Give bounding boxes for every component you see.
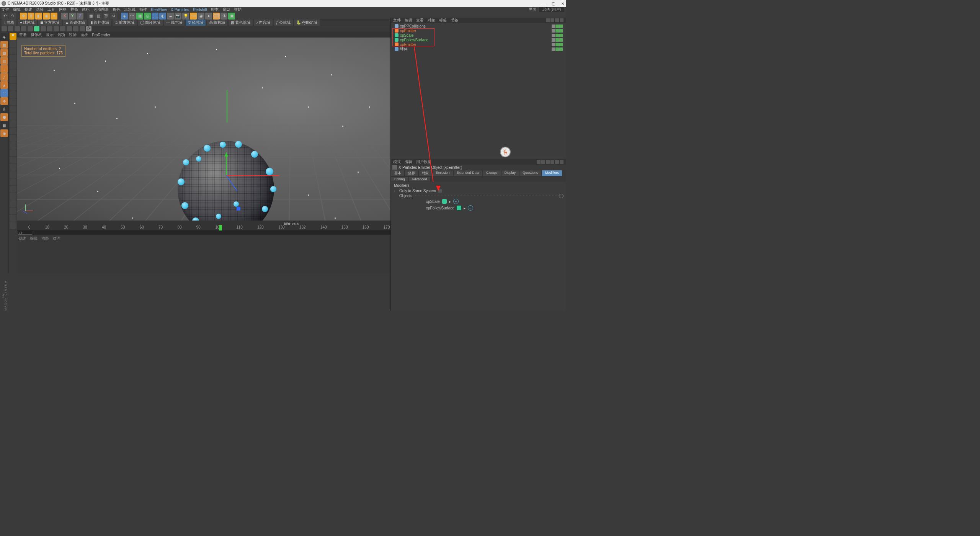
move-tool[interactable]: ╋ bbox=[28, 13, 34, 20]
tool-icon[interactable] bbox=[10, 208, 16, 214]
tool-icon[interactable] bbox=[10, 135, 16, 142]
log-tab[interactable]: 纹理 bbox=[53, 236, 60, 273]
object-row[interactable]: xpPPCollisions bbox=[392, 24, 565, 28]
xp-icon[interactable]: fx bbox=[86, 26, 91, 31]
xp-icon[interactable] bbox=[73, 26, 78, 31]
workplane[interactable]: ▦ bbox=[0, 121, 8, 129]
field-torus[interactable]: ◯ 圆环体域 bbox=[138, 20, 163, 26]
tab-basic[interactable]: 基本 bbox=[391, 170, 405, 176]
remove-button[interactable]: − bbox=[453, 199, 459, 204]
window-minimize[interactable]: — bbox=[542, 2, 546, 6]
log-tab[interactable]: 功能 bbox=[41, 236, 49, 273]
menu-item[interactable]: 角色 bbox=[113, 7, 120, 12]
tool-icon[interactable] bbox=[10, 222, 16, 229]
filter-icon[interactable] bbox=[550, 18, 554, 22]
attr-menu[interactable]: 模式 bbox=[393, 159, 401, 165]
xp-icon[interactable] bbox=[80, 26, 85, 31]
tab-questions[interactable]: Questions bbox=[519, 170, 542, 176]
mode-icon[interactable] bbox=[560, 160, 564, 164]
field-radial[interactable]: ✲ 径向域 bbox=[186, 20, 206, 26]
plugin-icon-2[interactable]: ▣ bbox=[228, 13, 235, 20]
menu-item[interactable]: 窗口 bbox=[222, 7, 230, 12]
menu-item[interactable]: 脚本 bbox=[211, 7, 219, 12]
timeline-marker[interactable] bbox=[219, 225, 222, 230]
light-tool[interactable]: 💡 bbox=[182, 13, 189, 20]
snap-toggle[interactable]: § bbox=[0, 105, 8, 113]
menu-item[interactable]: 网格 bbox=[59, 7, 67, 12]
tool-icon[interactable] bbox=[10, 69, 16, 76]
xp-icon[interactable] bbox=[21, 26, 26, 31]
nav-up-icon[interactable] bbox=[546, 160, 550, 164]
om-menu[interactable]: 对象 bbox=[428, 18, 435, 23]
magnet[interactable]: ⬢ bbox=[0, 113, 8, 121]
point-mode[interactable]: ⋮ bbox=[0, 65, 8, 73]
render-settings-button[interactable]: ⚙ bbox=[110, 13, 117, 20]
render-region-button[interactable]: ▥ bbox=[95, 13, 102, 20]
render-pv-button[interactable]: 🎬 bbox=[103, 13, 109, 20]
tool-icon[interactable] bbox=[10, 142, 16, 149]
menu-item[interactable]: 选择 bbox=[36, 7, 44, 12]
redo-button[interactable]: ↷ bbox=[9, 13, 16, 20]
window-maximize[interactable]: ▢ bbox=[552, 2, 555, 6]
lock-icon[interactable] bbox=[550, 160, 554, 164]
tool-icon[interactable] bbox=[10, 120, 16, 127]
tab-coord[interactable]: 坐标 bbox=[405, 170, 418, 176]
camera-tool[interactable]: 📷 bbox=[175, 13, 181, 20]
tab-display[interactable]: Display bbox=[501, 170, 519, 176]
xp-icon[interactable] bbox=[54, 26, 59, 31]
tab-object[interactable]: 对象 bbox=[418, 170, 432, 176]
field-cyl[interactable]: ▮ 圆柱体域 bbox=[88, 20, 111, 26]
log-tab[interactable]: 编辑 bbox=[30, 236, 38, 273]
tool-icon[interactable] bbox=[10, 98, 16, 105]
field-shader[interactable]: ▩ 着色器域 bbox=[229, 20, 253, 26]
mode-icon[interactable] bbox=[555, 160, 559, 164]
om-menu[interactable]: 文件 bbox=[393, 18, 401, 23]
xp-icon[interactable] bbox=[28, 26, 33, 31]
field-sphere[interactable]: ● 球体域 bbox=[18, 20, 37, 26]
render-view-button[interactable]: ▦ bbox=[87, 13, 94, 20]
om-menu[interactable]: 查看 bbox=[416, 18, 424, 23]
tool-icon[interactable] bbox=[10, 40, 16, 47]
tool-icon[interactable] bbox=[10, 200, 16, 207]
xp-icon[interactable] bbox=[34, 26, 39, 31]
layout-dropdown[interactable]: 启动 (用户) bbox=[539, 7, 564, 12]
field-cube[interactable]: ◼ 立方体域 bbox=[38, 20, 62, 26]
object-row[interactable]: 球体 bbox=[392, 47, 565, 51]
vp-menu-item[interactable]: 选项 bbox=[57, 32, 65, 38]
array-tool[interactable]: ⋮⋮ bbox=[152, 13, 158, 20]
select-tool[interactable]: ✥ bbox=[20, 13, 27, 20]
menu-item[interactable]: RealFlow bbox=[151, 8, 167, 12]
model-mode[interactable]: ◈ bbox=[0, 33, 8, 41]
tab-advanced[interactable]: Advanced bbox=[408, 176, 431, 182]
menu-item[interactable]: Redshift bbox=[193, 8, 207, 12]
xp-icon[interactable]: ◉ bbox=[198, 13, 204, 20]
vp-menu-item[interactable]: 面板 bbox=[80, 32, 88, 38]
remove-button[interactable]: − bbox=[468, 205, 473, 211]
generator-tool[interactable]: ▦ bbox=[136, 13, 143, 20]
timeline-track[interactable] bbox=[34, 231, 421, 234]
tool-icon[interactable] bbox=[10, 178, 16, 185]
menu-item[interactable]: 工具 bbox=[47, 7, 55, 12]
tab-extdata[interactable]: Extended Data bbox=[453, 170, 483, 176]
tool-icon[interactable] bbox=[10, 91, 16, 98]
rs-icon[interactable]: ● bbox=[205, 13, 212, 20]
attr-menu[interactable]: 编辑 bbox=[405, 159, 412, 165]
vp-menu-item[interactable]: ProRender bbox=[92, 33, 110, 37]
axis-y-toggle[interactable]: Y bbox=[69, 13, 76, 20]
psr-button[interactable]: PSR bbox=[190, 13, 197, 20]
refresh-icon[interactable] bbox=[559, 194, 564, 198]
vp-menu-item[interactable]: 查看 bbox=[19, 32, 27, 38]
tool-icon[interactable] bbox=[10, 106, 16, 113]
om-menu[interactable]: 标签 bbox=[439, 18, 447, 23]
menu-item[interactable]: 样条 bbox=[70, 7, 78, 12]
vp-menu-item[interactable]: 过滤 bbox=[69, 32, 77, 38]
or-icon[interactable]: OR bbox=[213, 13, 220, 20]
axis-mode[interactable]: ✥ bbox=[0, 97, 8, 105]
uv-mode[interactable]: ⬚ bbox=[0, 89, 8, 97]
menu-item[interactable]: 运动图形 bbox=[93, 7, 109, 12]
field-sound[interactable]: ♪ 声音域 bbox=[254, 20, 273, 26]
spline-tool[interactable]: 〰 bbox=[129, 13, 136, 20]
field-cone[interactable]: ▲ 圆锥体域 bbox=[63, 20, 87, 26]
soft-select[interactable]: ◉ bbox=[0, 129, 8, 137]
field-random[interactable]: ⁂ 随机域 bbox=[207, 20, 227, 26]
